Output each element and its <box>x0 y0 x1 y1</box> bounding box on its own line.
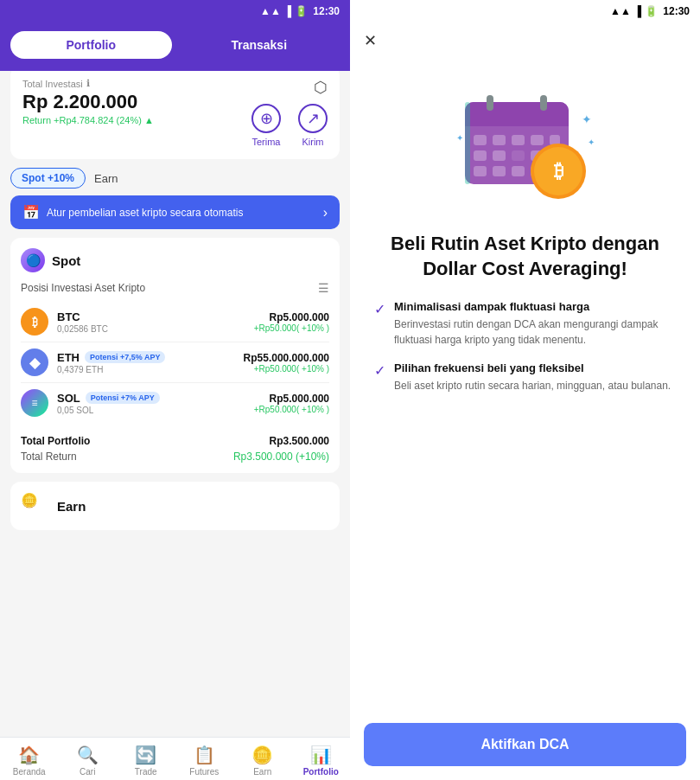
feature-text-2: Pilihan frekuensi beli yang fleksibel Be… <box>394 361 676 393</box>
earn-icon: 🪙 <box>251 745 273 765</box>
home-icon: 🏠 <box>18 745 40 765</box>
total-investasi-label: Total Investasi ℹ <box>22 78 154 89</box>
nav-beranda[interactable]: 🏠 Beranda <box>0 745 59 777</box>
time-right: 12:30 <box>663 5 690 17</box>
svg-rect-5 <box>512 135 525 145</box>
card-top-row: Total Investasi ℹ Rp 2.200.000 Return +R… <box>22 78 328 147</box>
spot-label: Spot <box>52 253 80 268</box>
battery-icon-right: 🔋 <box>645 5 658 17</box>
kirim-button[interactable]: ↗ Kirim <box>298 104 328 147</box>
nav-cari[interactable]: 🔍 Cari <box>59 745 118 777</box>
total-amount: Rp 2.200.000 <box>22 91 154 113</box>
info-icon: ℹ <box>86 78 90 89</box>
spot-title-row: 🔵 Spot <box>21 248 329 272</box>
feature-desc-1: Berinvestasi rutin dengan DCA akan mengu… <box>394 316 676 348</box>
dca-calendar-svg: ₿ ✦ ✦ ✦ <box>448 76 603 214</box>
bottom-nav: 🏠 Beranda 🔍 Cari 🔄 Trade 📋 Futures 🪙 Ear… <box>0 737 350 780</box>
svg-rect-10 <box>512 150 525 161</box>
spot-filter[interactable]: Spot +10% <box>10 168 86 189</box>
nav-earn[interactable]: 🪙 Earn <box>233 745 292 777</box>
svg-text:₿: ₿ <box>553 160 563 182</box>
action-buttons: ⊕ Terima ↗ Kirim <box>251 104 328 147</box>
eth-amount: 0,4379 ETH <box>57 365 244 374</box>
total-return-label: Total Return <box>21 451 77 463</box>
btc-return: +Rp50.000( +10% ) <box>254 323 329 333</box>
kirim-icon: ↗ <box>298 104 328 133</box>
feature-title-2: Pilihan frekuensi beli yang fleksibel <box>394 361 676 374</box>
feature-title-1: Minimalisasi dampak fluktuasi harga <box>394 300 676 313</box>
terima-button[interactable]: ⊕ Terima <box>251 104 281 147</box>
earn-section-icon: 🪙 <box>21 492 48 520</box>
nav-trade[interactable]: 🔄 Trade <box>117 745 175 777</box>
status-bar-left: ▲▲ ▐ 🔋 12:30 <box>0 0 350 22</box>
tab-portfolio[interactable]: Portfolio <box>10 31 172 59</box>
eth-values: Rp55.000.000.000 +Rp50.000( +10% ) <box>244 352 329 374</box>
eth-symbol: ETH <box>57 351 80 364</box>
sol-icon: ≡ <box>21 389 48 417</box>
nav-futures[interactable]: 📋 Futures <box>175 745 234 777</box>
filter-row: Spot +10% Earn <box>0 168 350 189</box>
table-row[interactable]: ◆ ETH Potensi +7,5% APY 0,4379 ETH Rp55.… <box>21 342 329 383</box>
filter-icon[interactable]: ☰ <box>318 281 329 295</box>
nav-portfolio[interactable]: 📊 Portfolio <box>292 745 351 777</box>
feature-desc-2: Beli aset kripto rutin secara harian, mi… <box>394 378 676 393</box>
calendar-small-icon: 📅 <box>22 204 40 221</box>
svg-rect-14 <box>493 166 506 176</box>
svg-rect-19 <box>540 95 547 111</box>
btc-info: BTC 0,02586 BTC <box>57 310 254 334</box>
dca-content: Beli Rutin Aset Kripto dengan Dollar Cos… <box>350 223 700 421</box>
table-row[interactable]: ≡ SOL Potensi +7% APY 0,05 SOL Rp5.000.0… <box>21 383 329 423</box>
terima-icon: ⊕ <box>251 104 281 133</box>
portfolio-icon: 📊 <box>310 745 332 765</box>
aktifkan-dca-button[interactable]: Aktifkan DCA <box>364 723 686 766</box>
earn-section[interactable]: 🪙 Earn <box>10 482 340 530</box>
table-row[interactable]: ₿ BTC 0,02586 BTC Rp5.000.000 +Rp50.000(… <box>21 302 329 342</box>
tab-transaksi[interactable]: Transaksi <box>179 31 340 59</box>
svg-rect-4 <box>493 135 506 145</box>
sol-symbol: SOL <box>57 392 80 405</box>
dca-banner[interactable]: 📅 Atur pembelian aset kripto secara otom… <box>10 195 340 229</box>
total-portfolio-value: Rp3.500.000 <box>270 435 329 447</box>
futures-icon: 📋 <box>194 745 215 765</box>
nav-futures-label: Futures <box>189 767 219 777</box>
eth-potensi-badge: Potensi +7,5% APY <box>85 351 165 363</box>
btc-rp: Rp5.000.000 <box>254 311 329 323</box>
share-icon[interactable]: ⬡ <box>314 78 328 97</box>
eth-name-row: ETH Potensi +7,5% APY <box>57 351 244 364</box>
main-scroll: Total Investasi ℹ Rp 2.200.000 Return +R… <box>0 71 350 737</box>
svg-text:✦: ✦ <box>588 137 595 147</box>
btc-values: Rp5.000.000 +Rp50.000( +10% ) <box>254 311 329 333</box>
spot-section: 🔵 Spot Posisi Investasi Aset Kripto ☰ ₿ … <box>10 238 340 473</box>
total-return-row: Total Return Rp3.500.000 (+10%) <box>21 451 329 463</box>
eth-rp: Rp55.000.000.000 <box>244 352 329 364</box>
sol-info: SOL Potensi +7% APY 0,05 SOL <box>57 392 254 415</box>
header-tabs: Portfolio Transaksi <box>0 22 350 71</box>
feature-text-1: Minimalisasi dampak fluktuasi harga Beri… <box>394 300 676 348</box>
portfolio-card: Total Investasi ℹ Rp 2.200.000 Return +R… <box>10 71 340 159</box>
svg-rect-15 <box>512 166 525 176</box>
svg-text:✦: ✦ <box>582 112 592 126</box>
right-panel: ▲▲ ▐ 🔋 12:30 ✕ <box>350 0 700 780</box>
sol-amount: 0,05 SOL <box>57 406 254 415</box>
status-icons-left: ▲▲ ▐ 🔋 <box>260 5 308 17</box>
svg-rect-3 <box>474 135 487 145</box>
signal-icon: ▐ <box>284 5 292 17</box>
total-portfolio-row: Total Portfolio Rp3.500.000 <box>21 430 329 447</box>
svg-rect-9 <box>493 150 506 161</box>
posisi-label: Posisi Investasi Aset Kripto <box>21 282 145 294</box>
svg-rect-26 <box>465 102 470 184</box>
dca-title: Beli Rutin Aset Kripto dengan Dollar Cos… <box>374 232 676 281</box>
close-button[interactable]: ✕ <box>350 22 391 59</box>
feature-item-1: ✓ Minimalisasi dampak fluktuasi harga Be… <box>374 300 676 348</box>
dca-chevron-icon: › <box>323 205 328 221</box>
sol-rp: Rp5.000.000 <box>254 393 329 405</box>
svg-rect-8 <box>474 150 487 161</box>
sol-name-row: SOL Potensi +7% APY <box>57 392 254 405</box>
nav-earn-label: Earn <box>253 767 271 777</box>
dca-illustration: ₿ ✦ ✦ ✦ <box>350 59 700 223</box>
card-right: ⬡ ⊕ Terima ↗ Kirim <box>251 78 328 147</box>
btc-symbol: BTC <box>57 310 80 323</box>
dca-banner-text: 📅 Atur pembelian aset kripto secara otom… <box>22 204 243 221</box>
earn-filter[interactable]: Earn <box>94 172 118 185</box>
check-icon-1: ✓ <box>374 301 385 348</box>
